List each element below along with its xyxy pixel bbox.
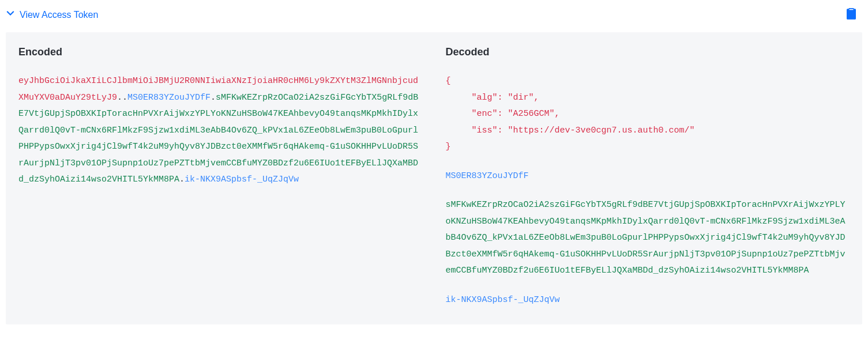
jwt-cipher-segment: sMFKwKEZrpRzOCaO2iA2szGiFGcYbTX5gRLf9dBE…	[18, 93, 418, 185]
clipboard-icon[interactable]	[846, 8, 856, 22]
decoded-iv: MS0ER83YZouJYDfF	[446, 168, 850, 185]
jwt-tag-segment: ik-NKX9ASpbsf-_UqZJqVw	[185, 175, 299, 184]
header-row: View Access Token	[6, 6, 862, 32]
encoded-column: Encoded eyJhbGciOiJkaXIiLCJlbmMiOiJBMjU2…	[18, 46, 423, 308]
decoded-column: Decoded { "alg": "dir", "enc": "A256GCM"…	[446, 46, 850, 308]
toggle-view-access-token[interactable]: View Access Token	[6, 9, 98, 21]
chevron-down-icon	[6, 9, 15, 21]
decoded-heading: Decoded	[446, 46, 850, 58]
jwt-separator: ..	[117, 93, 127, 103]
token-panel: Encoded eyJhbGciOiJkaXIiLCJlbmMiOiJBMjU2…	[6, 32, 862, 324]
decoded-cipher: sMFKwKEZrpRzOCaO2iA2szGiFGcYbTX5gRLf9dBE…	[446, 197, 850, 279]
toggle-label: View Access Token	[20, 10, 98, 20]
encoded-token: eyJhbGciOiJkaXIiLCJlbmMiOiJBMjU2R0NNIiwi…	[18, 73, 423, 188]
jwt-separator: .	[179, 175, 185, 184]
jwt-separator: .	[211, 93, 216, 103]
decoded-tag: ik-NKX9ASpbsf-_UqZJqVw	[446, 292, 850, 309]
decoded-json: { "alg": "dir", "enc": "A256GCM", "iss":…	[446, 73, 850, 156]
jwt-iv-segment: MS0ER83YZouJYDfF	[127, 93, 211, 103]
encoded-heading: Encoded	[18, 46, 423, 58]
